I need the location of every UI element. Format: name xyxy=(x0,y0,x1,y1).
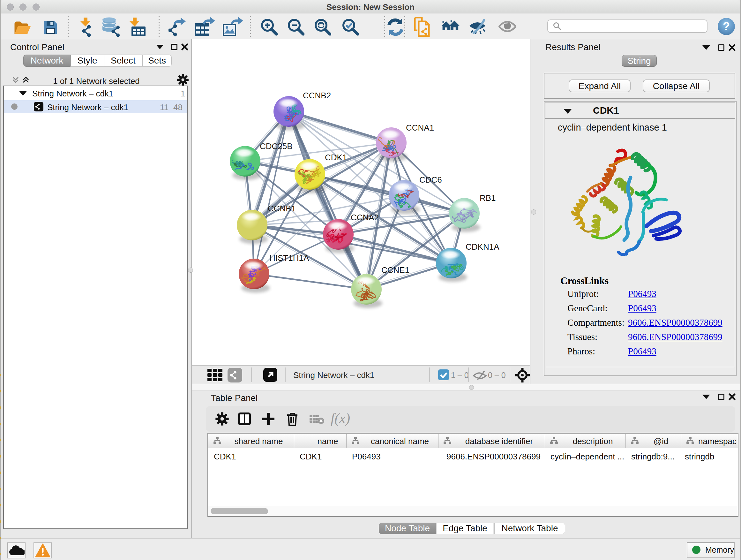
svg-text:CCNB1: CCNB1 xyxy=(268,204,296,213)
svg-text:CCNB2: CCNB2 xyxy=(303,91,331,100)
svg-text:?: ? xyxy=(723,20,730,33)
svg-text:CCNA2: CCNA2 xyxy=(351,212,379,222)
svg-text:CDC25B: CDC25B xyxy=(260,141,293,151)
svg-text:CDC6: CDC6 xyxy=(419,175,442,185)
svg-text:CDK1: CDK1 xyxy=(325,152,347,162)
svg-text:CDKN1A: CDKN1A xyxy=(466,242,499,252)
svg-text:HIST1H1A: HIST1H1A xyxy=(269,253,309,263)
svg-text:CCNA1: CCNA1 xyxy=(406,123,434,132)
svg-text:RB1: RB1 xyxy=(480,193,496,203)
svg-text:CCNE1: CCNE1 xyxy=(381,265,409,275)
